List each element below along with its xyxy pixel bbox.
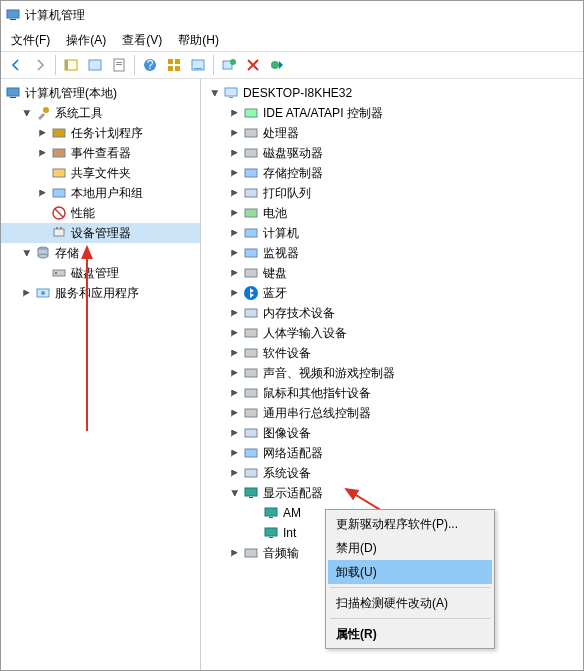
- svg-rect-3: [65, 60, 68, 70]
- expander-icon[interactable]: ⯈: [229, 147, 241, 159]
- device-category[interactable]: ⯈计算机: [201, 223, 583, 243]
- device-category[interactable]: ⯈存储控制器: [201, 163, 583, 183]
- expander-icon[interactable]: ⯆: [21, 107, 33, 119]
- properties-icon[interactable]: [84, 54, 106, 76]
- tree-label: 事件查看器: [71, 145, 131, 162]
- device-category[interactable]: ⯈人体学输入设备: [201, 323, 583, 343]
- expander-icon[interactable]: ⯈: [229, 267, 241, 279]
- context-scan[interactable]: 扫描检测硬件改动(A): [328, 591, 492, 615]
- view-small-icon[interactable]: [187, 54, 209, 76]
- device-category[interactable]: ⯈监视器: [201, 243, 583, 263]
- tree-label: 服务和应用程序: [55, 285, 139, 302]
- menu-help[interactable]: 帮助(H): [172, 30, 225, 51]
- device-tree-root[interactable]: ⯆ DESKTOP-I8KHE32: [201, 83, 583, 103]
- tree-group-storage[interactable]: ⯆ 存储: [1, 243, 200, 263]
- content: 计算机管理(本地) ⯆ 系统工具 ⯈任务计划程序⯈事件查看器共享文件夹⯈本地用户…: [1, 79, 583, 671]
- expander-icon[interactable]: ⯈: [229, 367, 241, 379]
- device-category[interactable]: ⯈电池: [201, 203, 583, 223]
- expander-icon[interactable]: ⯈: [229, 327, 241, 339]
- expander-icon[interactable]: ⯈: [229, 467, 241, 479]
- expander-icon[interactable]: ⯈: [229, 247, 241, 259]
- tree-item[interactable]: 性能: [1, 203, 200, 223]
- context-update-driver[interactable]: 更新驱动程序软件(P)...: [328, 512, 492, 536]
- image-icon: [243, 425, 259, 441]
- device-category[interactable]: ⯈磁盘驱动器: [201, 143, 583, 163]
- expander-icon[interactable]: ⯈: [229, 387, 241, 399]
- device-category[interactable]: ⯈软件设备: [201, 343, 583, 363]
- expander-icon[interactable]: ⯆: [209, 87, 221, 99]
- device-category[interactable]: ⯈内存技术设备: [201, 303, 583, 323]
- folder-icon: [51, 165, 67, 181]
- tree-item[interactable]: ⯈任务计划程序: [1, 123, 200, 143]
- tree-label: 磁盘管理: [71, 265, 119, 282]
- tree-item[interactable]: ⯈事件查看器: [1, 143, 200, 163]
- expander-icon[interactable]: ⯆: [229, 487, 241, 499]
- device-category[interactable]: ⯈IDE ATA/ATAPI 控制器: [201, 103, 583, 123]
- device-category[interactable]: ⯈声音、视频和游戏控制器: [201, 363, 583, 383]
- svg-rect-63: [265, 528, 277, 536]
- expander-icon[interactable]: ⯈: [229, 447, 241, 459]
- expander-icon[interactable]: ⯈: [37, 127, 49, 139]
- tree-label: 性能: [71, 205, 95, 222]
- tree-item[interactable]: 共享文件夹: [1, 163, 200, 183]
- expander-icon[interactable]: ⯈: [37, 187, 49, 199]
- expander-icon[interactable]: ⯈: [229, 407, 241, 419]
- context-disable[interactable]: 禁用(D): [328, 536, 492, 560]
- context-uninstall[interactable]: 卸载(U): [328, 560, 492, 584]
- tree-group-services[interactable]: ⯈ 服务和应用程序: [1, 283, 200, 303]
- tree-item-disk-management[interactable]: 磁盘管理: [1, 263, 200, 283]
- svg-rect-48: [245, 269, 257, 277]
- scan-hardware-icon[interactable]: [218, 54, 240, 76]
- svg-rect-43: [245, 169, 257, 177]
- expander-icon[interactable]: ⯈: [229, 287, 241, 299]
- svg-rect-39: [229, 97, 233, 98]
- show-hide-tree-icon[interactable]: [60, 54, 82, 76]
- expander-icon[interactable]: ⯈: [229, 227, 241, 239]
- device-category[interactable]: ⯈蓝牙: [201, 283, 583, 303]
- menubar: 文件(F) 操作(A) 查看(V) 帮助(H): [1, 29, 583, 51]
- menu-view[interactable]: 查看(V): [116, 30, 168, 51]
- device-category[interactable]: ⯈通用串行总线控制器: [201, 403, 583, 423]
- tree-label: Int: [283, 526, 296, 540]
- device-category[interactable]: ⯈鼠标和其他指针设备: [201, 383, 583, 403]
- uninstall-icon[interactable]: [242, 54, 264, 76]
- expander-icon[interactable]: ⯈: [229, 167, 241, 179]
- device-category[interactable]: ⯈打印队列: [201, 183, 583, 203]
- forward-icon[interactable]: [29, 54, 51, 76]
- svg-rect-64: [269, 537, 273, 538]
- device-category[interactable]: ⯈系统设备: [201, 463, 583, 483]
- back-icon[interactable]: [5, 54, 27, 76]
- menu-action[interactable]: 操作(A): [60, 30, 112, 51]
- menu-label: 禁用(D): [336, 540, 377, 557]
- device-category[interactable]: ⯈图像设备: [201, 423, 583, 443]
- tree-label: 键盘: [263, 265, 287, 282]
- expander-icon[interactable]: ⯈: [229, 307, 241, 319]
- expander-icon[interactable]: ⯈: [229, 187, 241, 199]
- menu-file[interactable]: 文件(F): [5, 30, 56, 51]
- expander-icon[interactable]: ⯈: [229, 347, 241, 359]
- expander-icon[interactable]: ⯈: [229, 207, 241, 219]
- tree-item[interactable]: ⯈本地用户和组: [1, 183, 200, 203]
- expander-icon[interactable]: ⯈: [229, 547, 241, 559]
- context-properties[interactable]: 属性(R): [328, 622, 492, 646]
- expander-icon[interactable]: ⯆: [21, 247, 33, 259]
- view-large-icon[interactable]: [163, 54, 185, 76]
- tree-root[interactable]: 计算机管理(本地): [1, 83, 200, 103]
- expander-icon[interactable]: ⯈: [21, 287, 33, 299]
- help-icon[interactable]: ?: [139, 54, 161, 76]
- expander-icon[interactable]: ⯈: [229, 427, 241, 439]
- device-category[interactable]: ⯈键盘: [201, 263, 583, 283]
- device-category[interactable]: ⯈处理器: [201, 123, 583, 143]
- expander-icon[interactable]: ⯈: [229, 127, 241, 139]
- expander-icon[interactable]: ⯈: [229, 107, 241, 119]
- export-icon[interactable]: [108, 54, 130, 76]
- computer-icon: [223, 85, 239, 101]
- device-category[interactable]: ⯈网络适配器: [201, 443, 583, 463]
- tree-item[interactable]: 设备管理器: [1, 223, 200, 243]
- enable-icon[interactable]: [266, 54, 288, 76]
- tree-label: 设备管理器: [71, 225, 131, 242]
- device-category[interactable]: ⯆显示适配器: [201, 483, 583, 503]
- tree-group-system-tools[interactable]: ⯆ 系统工具: [1, 103, 200, 123]
- expander-icon[interactable]: ⯈: [37, 147, 49, 159]
- menu-label: 更新驱动程序软件(P)...: [336, 516, 458, 533]
